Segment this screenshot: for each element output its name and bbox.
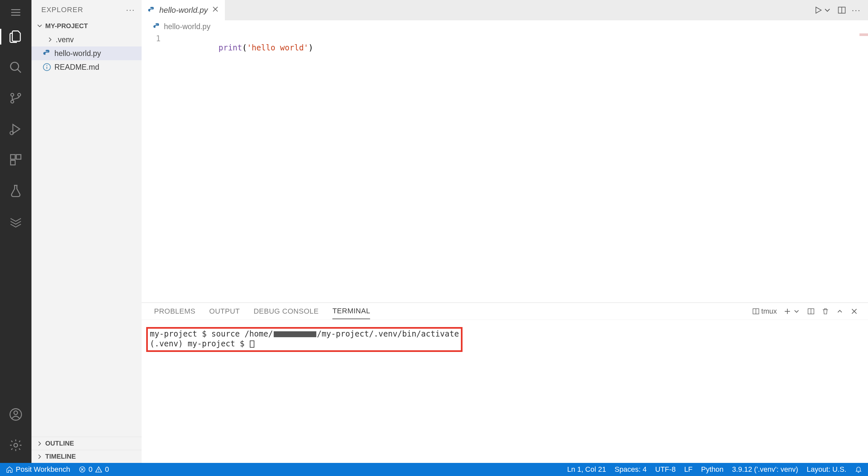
term-text: my-project $ source /home/: [150, 329, 273, 339]
maximize-panel-button[interactable]: [836, 307, 844, 315]
close-icon: [212, 6, 219, 13]
tree-item-hello-world[interactable]: hello-world.py: [31, 46, 142, 60]
timeline-header[interactable]: TIMELINE: [31, 450, 142, 463]
more-actions-button[interactable]: ···: [851, 5, 861, 15]
account-icon: [9, 408, 23, 421]
shell-name: tmux: [761, 307, 777, 315]
panel-tab-terminal[interactable]: TERMINAL: [332, 303, 370, 319]
activity-run-debug[interactable]: [0, 119, 31, 139]
main-body: EXPLORER ··· MY-PROJECT .venv hell: [0, 0, 868, 463]
status-errors: 0: [89, 465, 92, 474]
status-notifications[interactable]: [855, 466, 862, 473]
folder-name: MY-PROJECT: [45, 22, 88, 30]
info-file-icon: [42, 63, 51, 71]
run-file-button[interactable]: [814, 6, 832, 15]
chevron-right-icon: [36, 440, 43, 447]
sidebar-header: EXPLORER ···: [31, 0, 142, 20]
extensions-icon: [9, 153, 23, 167]
new-terminal-button[interactable]: [783, 307, 801, 315]
term-text: /my-project/.venv/bin/activate: [317, 329, 459, 339]
status-interpreter[interactable]: 3.9.12 ('.venv': venv): [732, 465, 798, 474]
activity-source-control[interactable]: [0, 89, 31, 108]
terminal-line-2: (.venv) my-project $: [150, 339, 459, 349]
split-editor-button[interactable]: [837, 6, 846, 15]
terminal[interactable]: my-project $ source /home//my-project/.v…: [142, 320, 868, 463]
status-layout[interactable]: Layout: U.S.: [807, 465, 846, 474]
close-panel-button[interactable]: [850, 307, 858, 315]
activity-explorer[interactable]: [0, 27, 31, 46]
status-problems[interactable]: 0 0: [79, 465, 109, 474]
outline-header[interactable]: OUTLINE: [31, 437, 142, 450]
terminal-shell-indicator[interactable]: tmux: [752, 307, 777, 315]
svg-point-12: [46, 65, 48, 66]
activity-account[interactable]: [0, 405, 31, 424]
tree-item-venv[interactable]: .venv: [31, 33, 142, 46]
token-paren-open: (: [242, 43, 247, 53]
panel-tab-output[interactable]: OUTPUT: [209, 304, 240, 319]
panel-tab-problems[interactable]: PROBLEMS: [154, 304, 195, 319]
close-icon: [850, 307, 858, 315]
sidebar-more-button[interactable]: ···: [126, 5, 135, 15]
activity-extensions[interactable]: [0, 150, 31, 170]
svg-rect-5: [10, 155, 15, 159]
bell-icon: [855, 466, 862, 473]
svg-point-3: [18, 93, 21, 96]
chevron-right-icon: [36, 453, 43, 460]
kill-terminal-button[interactable]: [822, 307, 829, 315]
app-root: EXPLORER ··· MY-PROJECT .venv hell: [0, 0, 868, 476]
status-cursor[interactable]: Ln 1, Col 21: [567, 465, 606, 474]
tree-item-label: hello-world.py: [54, 49, 101, 58]
editor[interactable]: 1 print('hello world'): [142, 33, 868, 303]
panel-tab-bar: PROBLEMS OUTPUT DEBUG CONSOLE TERMINAL t…: [142, 303, 868, 320]
tree-item-label: .venv: [56, 35, 74, 44]
activity-testing[interactable]: [0, 181, 31, 200]
editor-column: hello-world.py ···: [142, 0, 868, 463]
activity-settings[interactable]: [0, 435, 31, 455]
svg-rect-7: [10, 161, 15, 165]
play-bug-icon: [9, 122, 23, 136]
svg-point-2: [11, 100, 14, 103]
activity-search[interactable]: [0, 58, 31, 77]
sidebar: EXPLORER ··· MY-PROJECT .venv hell: [31, 0, 142, 463]
code-area[interactable]: print('hello world'): [171, 33, 868, 303]
status-encoding[interactable]: UTF-8: [655, 465, 676, 474]
hamburger-icon: [10, 7, 21, 18]
terminal-highlight-box: my-project $ source /home//my-project/.v…: [146, 327, 463, 352]
breadcrumb[interactable]: hello-world.py: [142, 20, 868, 33]
token-function: print: [219, 43, 242, 53]
status-workbench[interactable]: Posit Workbench: [6, 465, 70, 474]
tree-item-readme[interactable]: README.md: [31, 60, 142, 74]
folder-header[interactable]: MY-PROJECT: [31, 20, 142, 32]
split-terminal-button[interactable]: [807, 307, 815, 315]
status-eol[interactable]: LF: [684, 465, 693, 474]
status-workbench-label: Posit Workbench: [16, 465, 70, 474]
svg-rect-6: [17, 155, 21, 159]
status-warnings: 0: [105, 465, 109, 474]
files-icon: [9, 30, 23, 43]
error-icon: [79, 466, 86, 473]
status-spaces[interactable]: Spaces: 4: [615, 465, 647, 474]
svg-point-1: [11, 93, 14, 96]
gear-icon: [9, 438, 23, 452]
activity-posit[interactable]: [0, 211, 31, 231]
python-file-icon: [153, 23, 161, 30]
plus-icon: [783, 307, 791, 315]
menu-button[interactable]: [0, 4, 31, 21]
timeline-label: TIMELINE: [45, 453, 76, 460]
tab-hello-world[interactable]: hello-world.py: [142, 0, 225, 20]
chevron-down-icon: [793, 307, 801, 315]
minimap-marker: [860, 33, 868, 36]
chevron-right-icon: [46, 36, 54, 43]
bottom-panel: PROBLEMS OUTPUT DEBUG CONSOLE TERMINAL t…: [142, 303, 868, 463]
svg-point-9: [14, 411, 18, 414]
line-number: 1: [142, 34, 161, 43]
svg-point-0: [10, 62, 19, 70]
status-language[interactable]: Python: [701, 465, 724, 474]
outline-label: OUTLINE: [45, 440, 74, 447]
tab-close-button[interactable]: [212, 6, 219, 15]
svg-point-10: [14, 443, 18, 447]
redacted-user: [274, 331, 316, 337]
gutter: 1: [142, 33, 171, 303]
panel-tab-debug-console[interactable]: DEBUG CONSOLE: [254, 304, 319, 319]
beaker-icon: [9, 184, 23, 197]
